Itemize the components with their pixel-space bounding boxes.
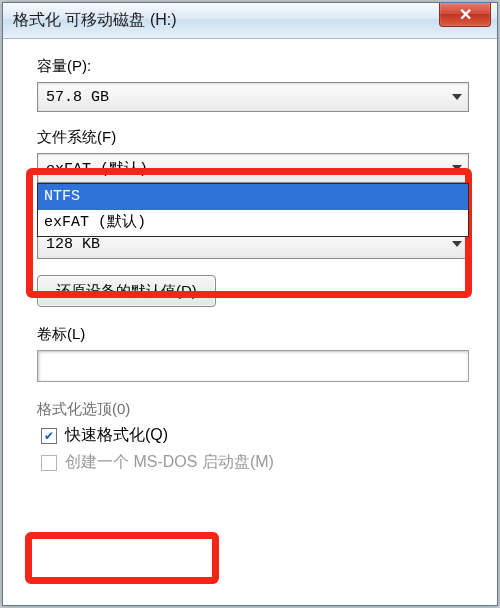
window-title: 格式化 可移动磁盘 (H:) — [13, 10, 177, 31]
client-area: 容量(P): 57.8 GB 文件系统(F) exFAT (默认) NTFS e… — [3, 39, 497, 489]
close-button[interactable]: ✕ — [439, 3, 491, 27]
filesystem-combo[interactable]: exFAT (默认) — [37, 153, 469, 183]
filesystem-label: 文件系统(F) — [37, 128, 469, 147]
quick-format-checkbox[interactable]: ✔ — [41, 428, 57, 444]
quick-format-label: 快速格式化(Q) — [65, 425, 168, 446]
msdos-boot-label: 创建一个 MS-DOS 启动盘(M) — [65, 452, 274, 473]
filesystem-group: exFAT (默认) NTFS exFAT (默认) — [37, 153, 469, 183]
capacity-value: 57.8 GB — [46, 89, 109, 106]
filesystem-dropdown: NTFS exFAT (默认) — [37, 183, 469, 237]
restore-defaults-label: 还原设备的默认值(D) — [56, 282, 197, 301]
format-dialog: 格式化 可移动磁盘 (H:) ✕ 容量(P): 57.8 GB 文件系统(F) … — [2, 2, 498, 606]
format-options-label: 格式化选顶(0) — [37, 400, 469, 419]
restore-defaults-button[interactable]: 还原设备的默认值(D) — [37, 275, 216, 307]
allocation-value: 128 KB — [46, 236, 100, 253]
chevron-down-icon — [452, 165, 462, 171]
capacity-combo[interactable]: 57.8 GB — [37, 82, 469, 112]
quick-format-row[interactable]: ✔ 快速格式化(Q) — [37, 425, 469, 446]
volume-input[interactable] — [37, 350, 469, 382]
chevron-down-icon — [452, 241, 462, 247]
chevron-down-icon — [452, 94, 462, 100]
filesystem-option-exfat[interactable]: exFAT (默认) — [38, 210, 468, 236]
close-icon: ✕ — [459, 5, 472, 24]
filesystem-value: exFAT (默认) — [46, 159, 148, 178]
filesystem-option-ntfs[interactable]: NTFS — [38, 184, 468, 210]
msdos-boot-row: ✔ 创建一个 MS-DOS 启动盘(M) — [37, 452, 469, 473]
titlebar: 格式化 可移动磁盘 (H:) ✕ — [3, 3, 497, 39]
msdos-boot-checkbox: ✔ — [41, 455, 57, 471]
volume-label: 卷标(L) — [37, 325, 469, 344]
capacity-label: 容量(P): — [37, 57, 469, 76]
